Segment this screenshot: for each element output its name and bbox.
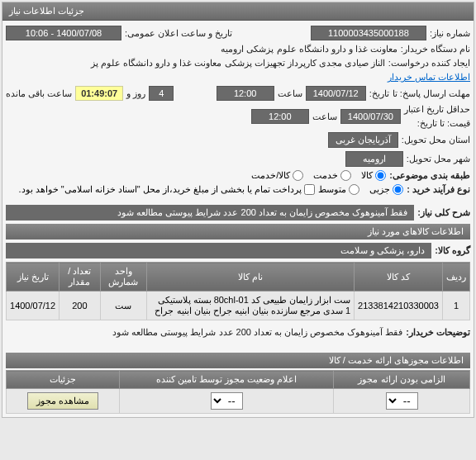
table-row: 1 2133814210330003 ست ابزار زایمان طبیعی… xyxy=(7,292,470,320)
grouping-radios: کالا خدمت کالا/خدمت xyxy=(251,170,386,181)
time-label-2: ساعت xyxy=(312,111,337,122)
th-row: ردیف xyxy=(443,263,470,292)
th-code: کد کالا xyxy=(355,263,443,292)
deadline-time: 12:00 xyxy=(217,86,274,101)
radio-gs-label: کالا/خدمت xyxy=(251,170,290,181)
req-no-label: شماره نیاز: xyxy=(430,28,470,39)
desc-label: شرح کلی نیاز: xyxy=(417,207,470,218)
items-section-title: اطلاعات کالاهای مورد نیاز xyxy=(6,224,470,239)
th-details: جزئیات xyxy=(7,371,120,389)
public-date-value: 1400/07/08 - 10:06 xyxy=(6,26,121,40)
validity-label: حداقل تاریخ اعتبار xyxy=(404,104,470,115)
radio-medium[interactable]: متوسط xyxy=(318,184,359,195)
panel-title: جزئیات اطلاعات نیاز xyxy=(2,2,474,21)
radio-service-input[interactable] xyxy=(340,170,351,181)
radio-service-label: خدمت xyxy=(313,170,338,181)
th-qty: تعداد / مقدار xyxy=(60,263,101,292)
radio-goods[interactable]: کالا xyxy=(361,170,386,181)
radio-medium-input[interactable] xyxy=(349,184,359,195)
permit-status-cell: -- xyxy=(120,389,334,414)
th-status: اعلام وضعیت مجوز توسط تامین کننده xyxy=(120,371,334,389)
status-select[interactable]: -- xyxy=(211,392,243,410)
radio-medium-label: متوسط xyxy=(318,184,346,195)
city-value: ارومیه xyxy=(345,151,403,167)
permit-row: -- -- مشاهده مجوز xyxy=(7,389,470,414)
group-label: گروه کالا: xyxy=(435,245,470,256)
cell-code: 2133814210330003 xyxy=(355,292,443,320)
province-value: آذربایجان غربی xyxy=(328,132,398,148)
payment-checkbox-input[interactable] xyxy=(304,184,315,195)
radio-partial-label: جزیی xyxy=(369,184,390,195)
radio-goods-label: کالا xyxy=(361,170,373,181)
requester-label: ایجاد کننده درخواست: xyxy=(388,58,470,69)
buyer-value: معاونت غذا و دارو دانشگاه علوم پزشکی ارو… xyxy=(221,44,397,55)
validity-to: قیمت: تا تاریخ: xyxy=(417,118,470,129)
permit-details-cell: مشاهده مجوز xyxy=(7,389,120,414)
req-no-value: 1100003435000188 xyxy=(311,26,426,40)
countdown-label: ساعت باقی مانده xyxy=(6,88,72,99)
contact-link[interactable]: اطلاعات تماس خریدار xyxy=(388,72,470,83)
deadline-label: مهلت ارسال پاسخ: تا xyxy=(393,88,470,99)
radio-partial[interactable]: جزیی xyxy=(369,184,403,195)
buytype-label: نوع فرآیند خرید : xyxy=(407,184,470,195)
buyer-note-value: فقط آمینوهوک مخصوص زایمان به تعداد 200 ع… xyxy=(6,327,402,338)
payment-note: پرداخت تمام یا بخشی از مبلغ خرید،از محل … xyxy=(19,184,302,195)
buyer-label: نام دستگاه خریدار: xyxy=(401,44,470,55)
th-date: تاریخ نیاز xyxy=(7,263,60,292)
buytype-radios: جزیی متوسط xyxy=(318,184,403,195)
province-label: استان محل تحویل: xyxy=(402,135,470,145)
days-remaining: 4 xyxy=(149,86,174,101)
city-label: شهر محل تحویل: xyxy=(407,154,470,164)
radio-goods-service[interactable]: کالا/خدمت xyxy=(251,170,303,181)
desc-value: فقط آمینوهوک مخصوص زایمان به تعداد 200 ع… xyxy=(6,205,414,221)
cell-name: ست ابزار زایمان طبیعی کد 80chl-01 بسته پ… xyxy=(146,292,354,320)
form-body: شماره نیاز: 1100003435000188 تاریخ و ساع… xyxy=(2,21,474,417)
validity-date: 1400/07/30 xyxy=(340,109,401,124)
th-unit: واحد شمارش xyxy=(100,263,146,292)
view-permit-button[interactable]: مشاهده مجوز xyxy=(27,392,98,410)
public-date-label: تاریخ و ساعت اعلان عمومی: xyxy=(125,28,232,39)
radio-partial-input[interactable] xyxy=(393,184,403,195)
permit-mandatory-cell: -- xyxy=(334,389,470,414)
items-table: ردیف کد کالا نام کالا واحد شمارش تعداد /… xyxy=(6,262,470,320)
cell-unit: ست xyxy=(100,292,146,320)
cell-qty: 200 xyxy=(60,292,101,320)
radio-service[interactable]: خدمت xyxy=(313,170,351,181)
grouping-label: طبقه بندی موضوعی: xyxy=(389,170,470,181)
validity-time: 12:00 xyxy=(251,109,309,124)
permits-title: اطلاعات مجوزهای ارائه خدمت / کالا xyxy=(6,353,470,368)
deadline-hist-label: تاریخ: xyxy=(369,88,389,99)
th-mandatory: الزامی بودن ارائه مجوز xyxy=(334,371,470,389)
radio-goods-input[interactable] xyxy=(375,170,386,181)
time-label-1: ساعت xyxy=(278,88,302,99)
requester-value: الناز صیادی مجدی کارپرداز تجهیزات پزشکی … xyxy=(91,58,385,69)
deadline-date: 1400/07/12 xyxy=(306,86,366,101)
main-panel: جزئیات اطلاعات نیاز شماره نیاز: 11000034… xyxy=(2,2,474,418)
days-label: روز و xyxy=(126,88,145,99)
mandatory-select[interactable]: -- xyxy=(386,392,418,410)
permits-table: الزامی بودن ارائه مجوز اعلام وضعیت مجوز … xyxy=(6,370,470,414)
radio-gs-input[interactable] xyxy=(293,170,303,181)
group-value: دارو، پزشکی و سلامت xyxy=(6,243,431,258)
cell-idx: 1 xyxy=(443,292,470,320)
cell-date: 1400/07/12 xyxy=(7,292,60,320)
payment-checkbox[interactable]: پرداخت تمام یا بخشی از مبلغ خرید،از محل … xyxy=(19,184,316,195)
countdown-timer: 01:49:07 xyxy=(75,86,123,101)
buyer-note-label: توضیحات خریدار: xyxy=(406,327,470,338)
th-name: نام کالا xyxy=(146,263,354,292)
